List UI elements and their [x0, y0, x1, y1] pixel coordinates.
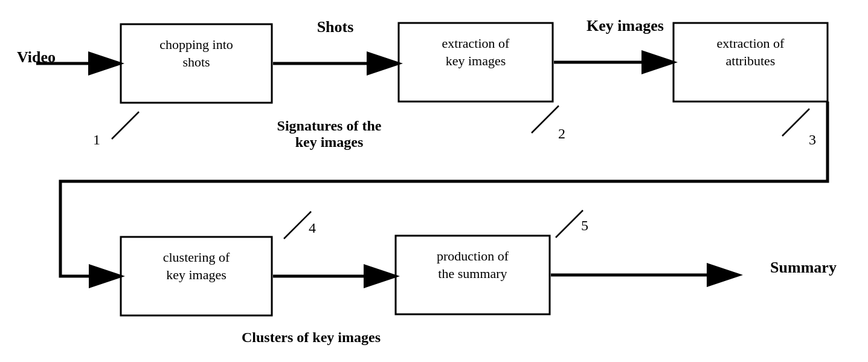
prodsum-box-label: production ofthe summary: [396, 248, 550, 282]
svg-line-12: [112, 112, 139, 139]
num5-label: 5: [576, 218, 594, 234]
num4-label: 4: [303, 220, 321, 236]
diagram: chopping intoshots extraction ofkey imag…: [0, 0, 868, 362]
attrext-box-label: extraction ofattributes: [674, 35, 828, 69]
video-label: Video: [12, 48, 60, 66]
clusters-label: Clusters of key images: [193, 329, 429, 346]
num1-label: 1: [88, 132, 106, 148]
cluster-box-label: clustering ofkey images: [121, 249, 272, 283]
chop-box-label: chopping intoshots: [121, 36, 272, 71]
key-images-label: Key images: [562, 17, 689, 35]
keyext-box-label: extraction ofkey images: [399, 35, 553, 69]
shots-label: Shots: [287, 18, 384, 36]
summary-output-label: Summary: [749, 259, 858, 277]
num3-label: 3: [803, 132, 821, 148]
num2-label: 2: [553, 126, 571, 142]
signatures-label: Signatures of thekey images: [223, 118, 435, 150]
